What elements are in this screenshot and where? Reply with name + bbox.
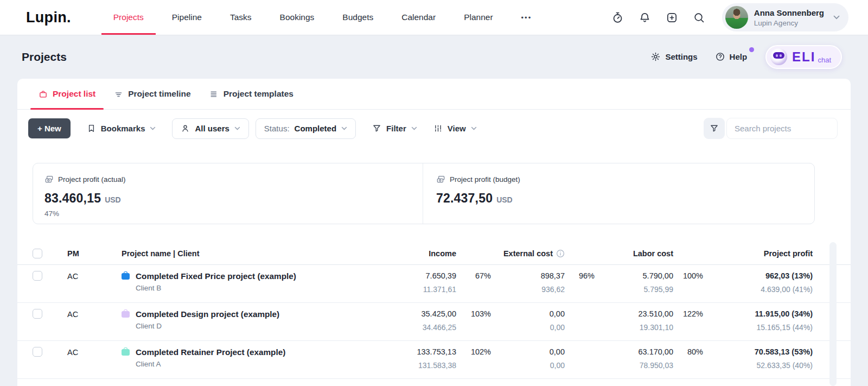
- nav-tasks[interactable]: Tasks: [216, 0, 266, 35]
- kpi-profit-actual[interactable]: Project profit (actual) 83.460,15 USD 47…: [33, 163, 423, 224]
- search-area: [704, 118, 838, 139]
- nav-more-menu[interactable]: •••: [507, 0, 546, 35]
- table-row[interactable]: AC Completed Retainer Project (example) …: [17, 341, 851, 379]
- settings-label: Settings: [665, 52, 697, 61]
- notification-dot: [749, 47, 754, 52]
- kpi-widgets: Project profit (actual) 83.460,15 USD 47…: [33, 163, 815, 224]
- search-input[interactable]: [726, 118, 838, 139]
- client-name: Client D: [136, 322, 279, 330]
- tab-label: Project list: [53, 89, 95, 99]
- select-all-checkbox[interactable]: [33, 249, 42, 258]
- column-header-labor-cost[interactable]: Labor cost: [595, 249, 673, 258]
- filter-dropdown[interactable]: Filter: [372, 124, 417, 133]
- chevron-down-icon: [471, 126, 477, 130]
- project-briefcase-icon: [122, 349, 130, 356]
- row-checkbox[interactable]: [33, 271, 42, 281]
- eli-chat-button[interactable]: ELI chat: [765, 45, 842, 69]
- columns-view-icon: [433, 124, 443, 133]
- bookmarks-dropdown[interactable]: Bookmarks: [87, 124, 156, 133]
- income-percent: 102%: [456, 347, 491, 357]
- labor-cost-percent: 100%: [673, 271, 703, 281]
- users-filter-dropdown[interactable]: All users: [172, 118, 248, 139]
- chevron-down-icon: [341, 126, 347, 130]
- tab-project-list[interactable]: Project list: [29, 79, 105, 109]
- project-name-link[interactable]: Completed Retainer Project (example): [136, 347, 285, 357]
- labor-cost-cell: 63.170,00 78.950,03: [595, 347, 673, 371]
- help-button[interactable]: Help: [715, 52, 748, 62]
- project-name-link[interactable]: Completed Design project (example): [136, 309, 279, 319]
- pm-initials: AC: [51, 347, 105, 357]
- external-cost-cell: 0,00 0,00: [491, 347, 565, 371]
- nav-projects[interactable]: Projects: [99, 0, 158, 35]
- money-icon: [44, 175, 54, 184]
- income-percent: 103%: [456, 309, 491, 319]
- table-row[interactable]: AC Completed Design project (example) Cl…: [17, 303, 851, 341]
- new-project-button[interactable]: + New: [28, 118, 71, 138]
- scrollbar[interactable]: [829, 242, 837, 386]
- eli-robot-icon: [770, 48, 787, 65]
- quick-add-button[interactable]: [666, 11, 678, 24]
- chevron-down-icon: [234, 126, 240, 130]
- nav-calendar[interactable]: Calendar: [387, 0, 450, 35]
- tab-label: Project templates: [224, 89, 293, 99]
- kpi-value: 83.460,15: [44, 191, 101, 206]
- bell-icon: [639, 11, 651, 24]
- column-header-name[interactable]: Project name | Client: [105, 249, 391, 258]
- gear-icon: [650, 52, 661, 62]
- navbar-actions: Anna Sonnenberg Lupin Agency: [611, 3, 848, 31]
- kpi-value: 72.437,50: [436, 191, 493, 206]
- status-filter-key: Status:: [264, 124, 290, 133]
- nav-pipeline[interactable]: Pipeline: [158, 0, 216, 35]
- person-icon: [181, 124, 190, 133]
- money-icon: [436, 175, 445, 184]
- main-nav: Projects Pipeline Tasks Bookings Budgets…: [99, 0, 546, 35]
- info-icon[interactable]: [556, 249, 565, 258]
- column-header-income[interactable]: Income: [391, 249, 456, 258]
- chevron-down-icon: [411, 126, 417, 130]
- briefcase-icon: [39, 90, 48, 99]
- client-name: Client B: [136, 284, 296, 292]
- labor-cost-cell: 5.790,00 5.795,99: [595, 271, 673, 295]
- users-filter-label: All users: [195, 124, 229, 133]
- nav-planner[interactable]: Planner: [450, 0, 507, 35]
- avatar: [725, 6, 748, 29]
- content-card: Project list Project timeline Project te…: [17, 79, 851, 386]
- project-profit-cell: 962,03 (13%) 4.639,00 (41%): [703, 271, 813, 295]
- row-checkbox[interactable]: [33, 347, 42, 357]
- filter-label: Filter: [386, 124, 406, 133]
- user-name: Anna Sonnenberg: [754, 8, 824, 18]
- column-header-pm[interactable]: PM: [51, 249, 105, 258]
- chevron-down-icon: [150, 126, 156, 130]
- nav-bookings[interactable]: Bookings: [266, 0, 329, 35]
- labor-cost-percent: 80%: [673, 347, 703, 357]
- table-row[interactable]: AC Completed Fixed Price project (exampl…: [17, 265, 851, 303]
- app-logo[interactable]: Lupin.: [26, 9, 71, 26]
- project-profit-cell: 70.583,13 (53%) 52.633,35 (40%): [703, 347, 813, 371]
- kpi-percent: 47%: [44, 210, 423, 218]
- project-name-link[interactable]: Completed Fixed Price project (example): [136, 271, 296, 281]
- row-checkbox[interactable]: [33, 309, 42, 319]
- labor-cost-percent: 122%: [673, 309, 703, 319]
- column-header-external-cost[interactable]: External cost: [491, 249, 565, 258]
- view-tabs: Project list Project timeline Project te…: [17, 79, 851, 110]
- help-icon: [715, 52, 725, 62]
- table-header-row: PM Project name | Client Income External…: [17, 242, 851, 265]
- settings-button[interactable]: Settings: [650, 52, 697, 62]
- nav-budgets[interactable]: Budgets: [328, 0, 387, 35]
- notifications-button[interactable]: [639, 11, 651, 24]
- status-filter-dropdown[interactable]: Status: Completed: [256, 118, 356, 139]
- timer-button[interactable]: [611, 11, 624, 24]
- tab-project-templates[interactable]: Project templates: [200, 79, 303, 109]
- view-dropdown[interactable]: View: [433, 124, 477, 133]
- tab-project-timeline[interactable]: Project timeline: [105, 79, 200, 109]
- search-button[interactable]: [693, 11, 705, 24]
- kpi-label: Project profit (budget): [450, 175, 520, 183]
- user-menu[interactable]: Anna Sonnenberg Lupin Agency: [722, 3, 848, 31]
- projects-table: PM Project name | Client Income External…: [17, 242, 851, 379]
- search-filter-button[interactable]: [704, 118, 725, 139]
- column-header-project-profit[interactable]: Project profit: [703, 249, 813, 258]
- eli-logo-text: ELI: [792, 49, 815, 65]
- project-briefcase-icon: [122, 273, 130, 280]
- view-label: View: [448, 124, 466, 133]
- kpi-profit-budget[interactable]: Project profit (budget) 72.437,50 USD: [423, 163, 814, 224]
